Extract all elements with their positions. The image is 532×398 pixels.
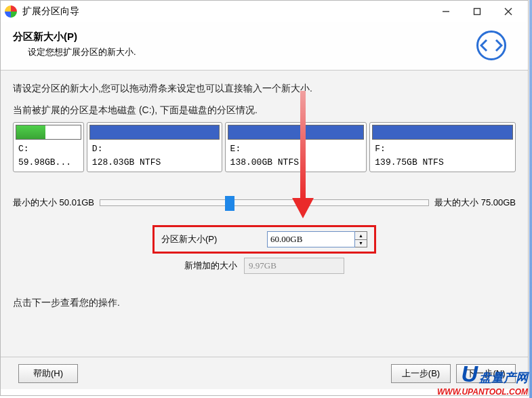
spinner-down-icon[interactable]: ▼ — [355, 240, 367, 247]
slider-thumb[interactable] — [225, 196, 234, 211]
app-icon — [5, 5, 17, 18]
partition-d[interactable]: D: 128.03GB NTFS — [87, 122, 222, 172]
minimize-button[interactable] — [430, 2, 462, 21]
wizard-window: 扩展分区向导 分区新大小(P) 设定您想扩展分区的新大小. 请设定分区的新大小,… — [0, 0, 529, 396]
size-slider[interactable] — [100, 199, 429, 206]
back-button[interactable]: 上一步(B) — [391, 364, 451, 383]
partition-size-box: 分区新大小(P) ▲ ▼ — [152, 225, 376, 254]
wizard-header: 分区新大小(P) 设定您想扩展分区的新大小. — [1, 22, 528, 71]
max-size-label: 最大的大小 75.00GB — [434, 197, 516, 209]
window-title: 扩展分区向导 — [22, 5, 430, 18]
current-partition-text: 当前被扩展的分区是本地磁盘 (C:), 下面是磁盘的分区情况. — [13, 104, 516, 117]
added-size-row: 新增加的大小 9.97GB — [13, 258, 516, 274]
minimize-icon — [442, 7, 450, 16]
svg-rect-1 — [474, 9, 480, 15]
header-sub: 设定您想扩展分区的新大小. — [13, 46, 476, 58]
partition-c[interactable]: C: 59.98GB... — [13, 122, 84, 172]
partition-f[interactable]: F: 139.75GB NTFS — [369, 122, 516, 172]
maximize-icon — [473, 7, 481, 16]
partition-d-drive: D: — [89, 142, 220, 156]
click-next-text: 点击下一步查看您的操作. — [13, 297, 516, 309]
header-text: 分区新大小(P) 设定您想扩展分区的新大小. — [13, 31, 476, 58]
partition-e[interactable]: E: 138.00GB NTFS — [225, 122, 367, 172]
added-size-value: 9.97GB — [244, 258, 344, 274]
added-size-label: 新增加的大小 — [184, 260, 237, 272]
partition-d-bar — [89, 125, 220, 140]
footer: 帮助(H) 上一步(B) 下一步(N) — [1, 357, 528, 389]
header-heading: 分区新大小(P) — [13, 31, 476, 43]
partition-f-drive: F: — [372, 142, 513, 156]
maximize-button[interactable] — [462, 2, 493, 21]
next-button[interactable]: 下一步(N) — [456, 364, 516, 383]
partition-e-bar — [228, 125, 365, 140]
partition-c-size: 59.98GB... — [16, 156, 81, 170]
double-arrow-icon — [480, 39, 503, 52]
slider-row: 最小的大小 50.01GB 最大的大小 75.00GB — [13, 197, 516, 209]
close-button[interactable] — [493, 2, 524, 21]
partition-size-label: 分区新大小(P) — [161, 233, 217, 245]
partition-c-drive: C: — [16, 142, 81, 156]
partition-size-input[interactable] — [267, 231, 355, 247]
size-spinner[interactable]: ▲ ▼ — [355, 231, 367, 247]
instruction-text: 请设定分区的新大小,您可以拖动滑条来设定也可以直接输入一个新大小. — [13, 83, 516, 95]
wizard-arrow-icon — [476, 31, 506, 60]
partition-container: C: 59.98GB... D: 128.03GB NTFS E: 138.00… — [13, 122, 516, 172]
help-button[interactable]: 帮助(H) — [18, 364, 78, 383]
content-area: 请设定分区的新大小,您可以拖动滑条来设定也可以直接输入一个新大小. 当前被扩展的… — [1, 71, 528, 357]
partition-d-size: 128.03GB NTFS — [89, 156, 220, 170]
spinner-up-icon[interactable]: ▲ — [355, 232, 367, 240]
partition-e-size: 138.00GB NTFS — [228, 156, 365, 170]
partition-c-bar — [16, 125, 81, 140]
right-edge — [529, 0, 532, 398]
partition-f-size: 139.75GB NTFS — [372, 156, 513, 170]
partition-e-drive: E: — [228, 142, 365, 156]
partition-f-bar — [372, 125, 513, 140]
min-size-label: 最小的大小 50.01GB — [13, 197, 94, 209]
titlebar: 扩展分区向导 — [1, 1, 528, 22]
size-input-wrap: ▲ ▼ — [267, 231, 367, 247]
close-icon — [504, 7, 512, 16]
